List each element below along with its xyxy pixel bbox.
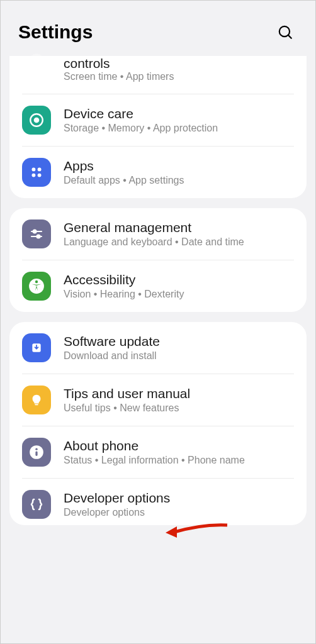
svg-rect-19 — [35, 451, 37, 456]
settings-list: controls Screen time • App timers Device… — [1, 56, 315, 525]
settings-group: controls Screen time • App timers Device… — [9, 56, 307, 198]
sliders-icon — [22, 219, 51, 248]
item-subtitle: Storage • Memory • App protection — [64, 123, 294, 134]
item-title: Device care — [64, 106, 294, 121]
settings-item-controls[interactable]: controls Screen time • App timers — [22, 56, 294, 94]
svg-point-10 — [33, 230, 37, 233]
item-title: controls — [64, 56, 294, 71]
svg-point-4 — [34, 118, 40, 123]
svg-point-7 — [31, 174, 35, 177]
svg-point-12 — [37, 235, 40, 238]
item-subtitle: Screen time • App timers — [64, 71, 294, 82]
item-text: Developer options Developer options — [64, 491, 294, 518]
svg-point-5 — [31, 167, 35, 171]
search-button[interactable] — [273, 19, 298, 45]
item-title: Tips and user manual — [64, 386, 294, 401]
settings-item-about-phone[interactable]: About phone Status • Legal information •… — [22, 426, 294, 479]
settings-item-accessibility[interactable]: Accessibility Vision • Hearing • Dexteri… — [22, 260, 294, 312]
settings-item-device-care[interactable]: Device care Storage • Memory • App prote… — [22, 94, 294, 147]
settings-item-tips[interactable]: Tips and user manual Useful tips • New f… — [22, 374, 294, 426]
settings-item-apps[interactable]: Apps Default apps • App settings — [22, 147, 294, 198]
settings-group: Software update Download and install Tip… — [9, 322, 307, 525]
braces-icon — [22, 490, 51, 519]
info-icon — [22, 438, 51, 467]
item-text: General management Language and keyboard… — [64, 220, 294, 248]
item-text: controls Screen time • App timers — [64, 60, 294, 82]
item-title: Apps — [64, 158, 294, 174]
item-title: Software update — [64, 334, 294, 349]
header: Settings — [1, 1, 315, 56]
apps-icon — [22, 158, 51, 187]
item-subtitle: Status • Legal information • Phone name — [64, 455, 294, 466]
item-subtitle: Download and install — [64, 350, 294, 362]
svg-point-18 — [35, 448, 37, 450]
item-text: Apps Default apps • App settings — [64, 158, 294, 186]
svg-point-8 — [38, 174, 42, 177]
item-subtitle: Language and keyboard • Date and time — [64, 236, 294, 248]
item-text: Software update Download and install — [64, 334, 294, 362]
svg-point-2 — [30, 53, 43, 67]
device-care-icon — [22, 106, 51, 135]
item-title: About phone — [64, 438, 294, 453]
item-subtitle: Developer options — [64, 507, 294, 518]
settings-item-general-management[interactable]: General management Language and keyboard… — [22, 208, 294, 260]
search-icon — [277, 24, 293, 40]
item-text: About phone Status • Legal information •… — [64, 438, 294, 466]
svg-line-1 — [288, 35, 291, 38]
item-subtitle: Default apps • App settings — [64, 175, 294, 186]
item-text: Accessibility Vision • Hearing • Dexteri… — [64, 272, 294, 300]
controls-icon — [22, 51, 51, 80]
svg-point-6 — [38, 167, 42, 171]
svg-rect-16 — [35, 404, 38, 405]
svg-point-14 — [35, 280, 38, 283]
settings-item-software-update[interactable]: Software update Download and install — [22, 322, 294, 374]
page-title: Settings — [18, 21, 93, 43]
item-text: Tips and user manual Useful tips • New f… — [64, 386, 294, 414]
settings-group: General management Language and keyboard… — [9, 208, 307, 312]
item-text: Device care Storage • Memory • App prote… — [64, 106, 294, 134]
settings-item-developer-options[interactable]: Developer options Developer options — [22, 479, 294, 525]
accessibility-icon — [22, 272, 51, 301]
download-icon — [22, 333, 51, 362]
bottom-fade — [1, 631, 315, 643]
item-title: General management — [64, 220, 294, 235]
svg-marker-21 — [166, 526, 177, 538]
item-title: Accessibility — [64, 272, 294, 287]
item-subtitle: Useful tips • New features — [64, 402, 294, 414]
item-title: Developer options — [64, 491, 294, 506]
item-subtitle: Vision • Hearing • Dexterity — [64, 289, 294, 300]
lightbulb-icon — [22, 386, 51, 414]
